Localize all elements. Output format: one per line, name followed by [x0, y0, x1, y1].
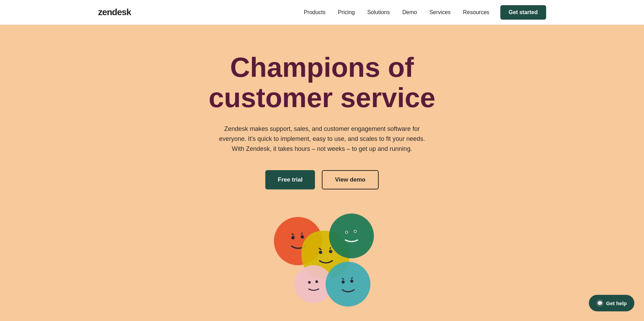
svg-point-10: [346, 231, 348, 233]
svg-line-6: [319, 248, 321, 250]
view-demo-button[interactable]: View demo: [322, 170, 379, 189]
svg-line-2: [292, 234, 294, 235]
hero-subtitle: Zendesk makes support, sales, and custom…: [215, 124, 429, 154]
face-green: [329, 214, 374, 258]
get-started-button[interactable]: Get started: [500, 5, 546, 20]
svg-point-4: [319, 251, 322, 254]
svg-point-0: [291, 236, 295, 240]
nav-item-solutions[interactable]: Solutions: [367, 9, 390, 15]
nav-links: Products Pricing Solutions Demo Services…: [304, 9, 489, 15]
nav-item-pricing[interactable]: Pricing: [338, 9, 355, 15]
svg-point-13: [315, 280, 318, 283]
svg-point-14: [341, 280, 345, 283]
svg-line-7: [330, 247, 330, 249]
chat-icon: 💬: [596, 300, 603, 307]
nav-item-demo[interactable]: Demo: [402, 9, 417, 15]
get-help-label: Get help: [606, 300, 627, 306]
logo: zendesk: [98, 7, 131, 18]
faces-illustration: [267, 210, 377, 310]
svg-line-16: [342, 278, 344, 280]
svg-point-11: [355, 230, 356, 232]
nav-item-products[interactable]: Products: [304, 9, 326, 15]
hero-title: Champions of customer service: [208, 52, 435, 113]
free-trial-button[interactable]: Free trial: [265, 170, 315, 189]
hero-buttons: Free trial View demo: [265, 170, 378, 189]
navbar: zendesk Products Pricing Solutions Demo …: [0, 0, 644, 25]
svg-line-17: [351, 277, 352, 279]
nav-item-resources[interactable]: Resources: [463, 9, 489, 15]
hero-section: Champions of customer service Zendesk ma…: [0, 25, 644, 321]
svg-point-5: [329, 250, 332, 253]
face-teal: [326, 262, 370, 307]
svg-point-12: [308, 281, 311, 284]
get-help-button[interactable]: 💬 Get help: [589, 295, 634, 311]
svg-point-15: [350, 280, 353, 283]
svg-line-3: [301, 233, 302, 235]
svg-point-1: [300, 235, 304, 239]
nav-item-services[interactable]: Services: [429, 9, 450, 15]
